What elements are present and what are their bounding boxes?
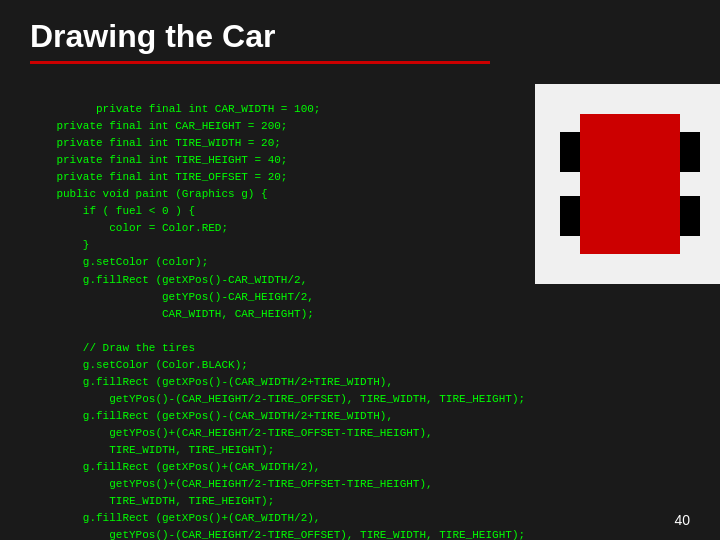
tire-bottom-left: [560, 196, 580, 236]
title-underline: [30, 61, 490, 64]
declarations: private final int CAR_WIDTH = 100; priva…: [30, 103, 320, 183]
slide-title: Drawing the Car: [30, 18, 690, 55]
content-area: private final int CAR_WIDTH = 100; priva…: [0, 74, 720, 540]
car-body: [580, 114, 680, 254]
slide: Drawing the Car private final int CAR_WI…: [0, 0, 720, 540]
tire-top-right: [680, 132, 700, 172]
tire-top-left: [560, 132, 580, 172]
tire-bottom-right: [680, 196, 700, 236]
slide-number: 40: [674, 512, 690, 528]
car-diagram: [535, 84, 720, 284]
title-bar: Drawing the Car: [0, 0, 720, 74]
paint-method: public void paint (Graphics g) { if ( fu…: [30, 188, 525, 540]
code-block: private final int CAR_WIDTH = 100; priva…: [30, 84, 525, 540]
